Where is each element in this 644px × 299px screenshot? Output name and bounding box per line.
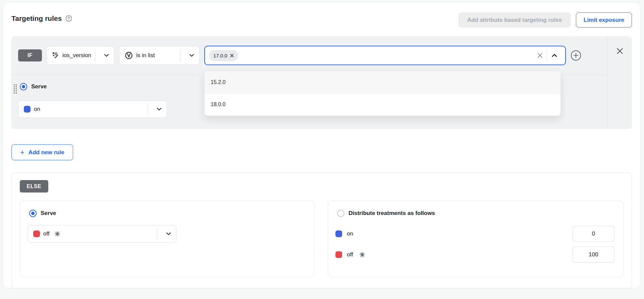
if-badge: IF xyxy=(18,49,42,61)
attribute-value: ios_version xyxy=(62,52,91,59)
add-attribute-rules-button[interactable]: Add attribute based targeting rules xyxy=(459,12,571,28)
distribute-row-off: off xyxy=(335,247,616,263)
treatment-on-swatch xyxy=(24,106,31,113)
else-serve-radio[interactable] xyxy=(29,210,37,217)
help-icon[interactable]: ? xyxy=(65,15,72,22)
chevron-down-icon xyxy=(184,54,199,57)
treatment-name: off xyxy=(347,251,353,258)
else-serve-option-row: Serve xyxy=(29,210,307,217)
distribute-card: Distribute treatments as follows on off xyxy=(328,201,624,277)
chevron-down-icon xyxy=(151,108,167,111)
distribution-percent-input-on[interactable] xyxy=(573,226,614,242)
else-serve-label: Serve xyxy=(41,210,56,217)
page-title: Targeting rules xyxy=(11,14,62,23)
select-divider xyxy=(157,228,157,240)
version-circle-icon xyxy=(125,51,133,59)
select-divider xyxy=(180,50,180,61)
distribution-percent-input-off[interactable] xyxy=(573,247,614,263)
else-badge: ELSE xyxy=(20,180,48,193)
value-chip: 17.0.0 xyxy=(209,50,238,61)
attribute-select[interactable]: ios_version xyxy=(47,46,114,65)
else-treatment-select[interactable]: off xyxy=(28,225,176,243)
treatment-select[interactable]: on xyxy=(18,100,167,118)
select-divider xyxy=(95,50,95,61)
header: Targeting rules ? Add attribute based ta… xyxy=(11,12,632,28)
header-actions: Add attribute based targeting rules Limi… xyxy=(459,12,632,28)
else-section: ELSE Serve off xyxy=(11,172,632,289)
svg-text:?: ? xyxy=(67,16,70,21)
chip-remove-icon[interactable] xyxy=(230,54,234,57)
treatment-off-swatch xyxy=(33,230,40,237)
distribute-row-on: on xyxy=(335,226,616,242)
limit-exposure-button[interactable]: Limit exposure xyxy=(576,12,632,28)
condition-row: IF ios_version xyxy=(11,36,607,75)
chevron-down-icon xyxy=(99,54,114,57)
distribute-label: Distribute treatments as follows xyxy=(348,210,435,217)
value-chip-label: 17.0.0 xyxy=(213,53,227,58)
clear-values-icon[interactable] xyxy=(533,53,547,58)
treatment-name: on xyxy=(34,106,40,113)
attribute-matrix-icon xyxy=(52,52,59,59)
values-multiselect-input[interactable]: 17.0.0 xyxy=(204,46,566,65)
chevron-up-icon[interactable] xyxy=(547,54,562,57)
add-new-rule-label: Add new rule xyxy=(29,149,64,156)
treatment-off-swatch xyxy=(335,251,342,258)
serve-radio[interactable] xyxy=(20,83,27,90)
title-group: Targeting rules ? xyxy=(11,14,72,23)
else-serve-card: Serve off xyxy=(20,201,314,277)
default-treatment-icon xyxy=(54,231,60,237)
else-options-row: Serve off xyxy=(20,201,624,277)
add-new-rule-button[interactable]: + Add new rule xyxy=(11,144,73,160)
treatment-name: off xyxy=(43,230,50,237)
default-treatment-icon xyxy=(359,252,365,258)
rule-side-column xyxy=(607,36,632,129)
matcher-select[interactable]: is in list xyxy=(119,46,200,65)
rule-panel: IF ios_version xyxy=(11,36,632,129)
dropdown-option[interactable]: 15.2.0 xyxy=(205,71,560,93)
distribute-option-row: Distribute treatments as follows xyxy=(337,210,616,217)
targeting-rules-card: Targeting rules ? Add attribute based ta… xyxy=(3,2,641,288)
serve-label: Serve xyxy=(31,83,47,90)
drag-handle[interactable] xyxy=(14,84,17,93)
matcher-value: is in list xyxy=(136,52,155,59)
chevron-down-icon xyxy=(161,232,176,236)
treatment-name: on xyxy=(347,230,353,237)
select-divider xyxy=(148,103,148,115)
values-dropdown-menu: 15.2.0 18.0.0 xyxy=(204,71,561,116)
plus-icon: + xyxy=(20,149,24,156)
add-value-set-icon[interactable] xyxy=(571,50,581,61)
dropdown-option[interactable]: 18.0.0 xyxy=(205,93,560,116)
distribute-radio[interactable] xyxy=(337,210,344,217)
delete-rule-icon[interactable] xyxy=(616,47,624,55)
treatment-on-swatch xyxy=(335,230,342,237)
